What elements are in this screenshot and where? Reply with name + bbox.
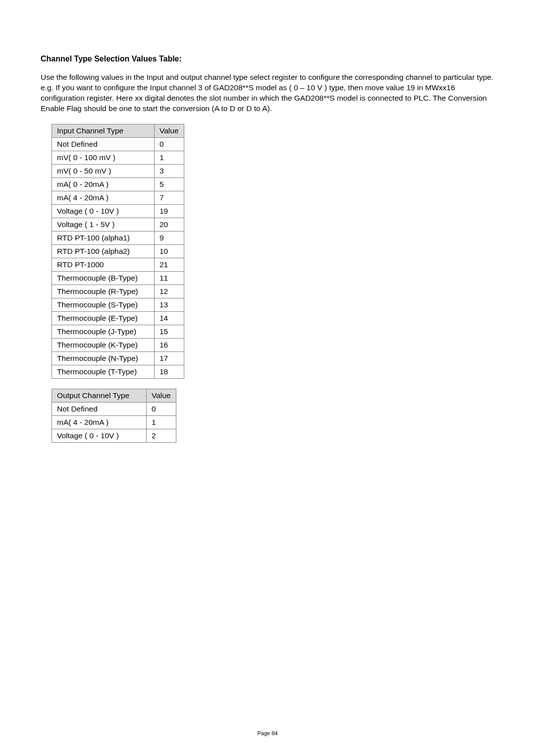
table-row: mV( 0 - 50 mV )3	[52, 164, 184, 177]
intro-paragraph-1: Use the following values in the Input an…	[41, 72, 499, 83]
document-page: Channel Type Selection Values Table: Use…	[0, 0, 535, 443]
table-header-row: Input Channel Type Value	[52, 124, 184, 137]
input-value-cell: 15	[155, 325, 184, 338]
input-type-cell: Thermocouple (S-Type)	[52, 298, 155, 311]
table-row: mV( 0 - 100 mV )1	[52, 151, 184, 164]
table-header-row: Output Channel Type Value	[52, 389, 176, 402]
input-channel-table: Input Channel Type Value Not Defined0mV(…	[52, 124, 184, 379]
output-type-cell: mA( 4 - 20mA )	[52, 415, 147, 429]
table-row: mA( 0 - 20mA )5	[52, 177, 184, 191]
input-type-cell: Thermocouple (J-Type)	[52, 325, 155, 338]
table-row: Not Defined0	[52, 137, 184, 151]
table-row: Thermocouple (J-Type)15	[52, 325, 184, 338]
table-row: Voltage ( 0 - 10V )19	[52, 204, 184, 218]
input-type-cell: Thermocouple (K-Type)	[52, 338, 155, 351]
input-value-cell: 5	[155, 177, 184, 191]
input-value-cell: 17	[155, 351, 184, 365]
table-row: RTD PT-100021	[52, 258, 184, 271]
table-row: Thermocouple (E-Type)14	[52, 311, 184, 325]
input-value-cell: 3	[155, 164, 184, 177]
input-type-cell: mV( 0 - 100 mV )	[52, 151, 155, 164]
input-type-cell: RTD PT-100 (alpha2)	[52, 244, 155, 258]
input-type-cell: RTD PT-1000	[52, 258, 155, 271]
table-row: Thermocouple (R-Type)12	[52, 285, 184, 298]
input-type-cell: mA( 0 - 20mA )	[52, 177, 155, 191]
table-row: Thermocouple (S-Type)13	[52, 298, 184, 311]
input-type-cell: Thermocouple (R-Type)	[52, 285, 155, 298]
table-row: Thermocouple (N-Type)17	[52, 351, 184, 365]
input-type-cell: Voltage ( 0 - 10V )	[52, 204, 155, 218]
input-value-cell: 12	[155, 285, 184, 298]
input-value-header: Value	[155, 124, 184, 137]
input-value-cell: 1	[155, 151, 184, 164]
page-footer: Page 84	[0, 730, 535, 736]
input-type-header: Input Channel Type	[52, 124, 155, 137]
input-type-cell: mA( 4 - 20mA )	[52, 191, 155, 204]
input-type-cell: Not Defined	[52, 137, 155, 151]
table-row: RTD PT-100 (alpha1)9	[52, 231, 184, 244]
output-value-cell: 0	[147, 402, 176, 415]
input-value-cell: 0	[155, 137, 184, 151]
input-value-cell: 11	[155, 271, 184, 285]
input-value-cell: 19	[155, 204, 184, 218]
output-value-cell: 2	[147, 429, 176, 442]
output-table-body: Not Defined0mA( 4 - 20mA )1Voltage ( 0 -…	[52, 402, 176, 442]
output-value-header: Value	[147, 389, 176, 402]
section-title: Channel Type Selection Values Table:	[41, 55, 499, 63]
output-value-cell: 1	[147, 415, 176, 429]
input-value-cell: 14	[155, 311, 184, 325]
table-row: Not Defined0	[52, 402, 176, 415]
page-number: Page 84	[258, 730, 278, 736]
input-type-cell: mV( 0 - 50 mV )	[52, 164, 155, 177]
table-row: Voltage ( 0 - 10V )2	[52, 429, 176, 442]
table-row: Thermocouple (K-Type)16	[52, 338, 184, 351]
output-type-cell: Not Defined	[52, 402, 147, 415]
input-type-cell: Thermocouple (N-Type)	[52, 351, 155, 365]
table-row: mA( 4 - 20mA )7	[52, 191, 184, 204]
input-type-cell: Thermocouple (T-Type)	[52, 365, 155, 378]
table-row: Thermocouple (T-Type)18	[52, 365, 184, 378]
input-value-cell: 7	[155, 191, 184, 204]
input-type-cell: RTD PT-100 (alpha1)	[52, 231, 155, 244]
input-value-cell: 21	[155, 258, 184, 271]
input-value-cell: 13	[155, 298, 184, 311]
output-type-cell: Voltage ( 0 - 10V )	[52, 429, 147, 442]
table-row: Thermocouple (B-Type)11	[52, 271, 184, 285]
output-channel-table: Output Channel Type Value Not Defined0mA…	[52, 389, 176, 443]
input-value-cell: 20	[155, 218, 184, 231]
output-type-header: Output Channel Type	[52, 389, 147, 402]
input-value-cell: 9	[155, 231, 184, 244]
input-value-cell: 16	[155, 338, 184, 351]
intro-paragraph-2: e.g. If you want to configure the Input …	[41, 83, 499, 114]
input-type-cell: Thermocouple (B-Type)	[52, 271, 155, 285]
table-row: Voltage ( 1 - 5V )20	[52, 218, 184, 231]
input-type-cell: Voltage ( 1 - 5V )	[52, 218, 155, 231]
input-value-cell: 10	[155, 244, 184, 258]
table-row: mA( 4 - 20mA )1	[52, 415, 176, 429]
input-value-cell: 18	[155, 365, 184, 378]
input-table-body: Not Defined0mV( 0 - 100 mV )1mV( 0 - 50 …	[52, 137, 184, 378]
input-type-cell: Thermocouple (E-Type)	[52, 311, 155, 325]
table-row: RTD PT-100 (alpha2)10	[52, 244, 184, 258]
